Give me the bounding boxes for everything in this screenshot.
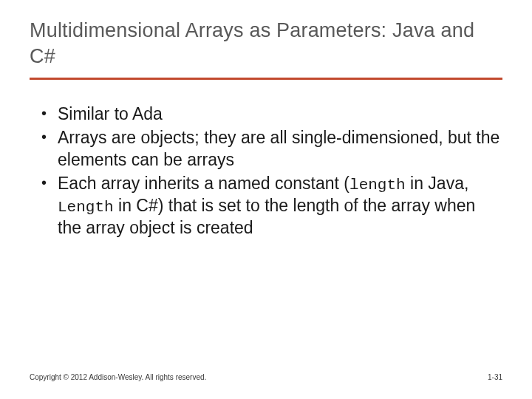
bullet-text-post: in C#) that is set to the length of the … xyxy=(58,196,475,237)
bullet-list: Similar to Ada Arrays are objects; they … xyxy=(30,103,502,239)
list-item: Arrays are objects; they are all single-… xyxy=(44,127,502,171)
bullet-text-pre: Each array inherits a named constant ( xyxy=(58,174,349,193)
bullet-text: Similar to Ada xyxy=(58,104,163,123)
code-length-java: length xyxy=(349,177,406,194)
list-item: Similar to Ada xyxy=(44,103,502,126)
slide: Multidimensional Arrays as Parameters: J… xyxy=(0,0,532,399)
bullet-text-mid: in Java, xyxy=(406,174,469,193)
code-length-csharp: Length xyxy=(58,199,114,216)
list-item: Each array inherits a named constant (le… xyxy=(44,173,502,239)
title-rule xyxy=(30,78,502,80)
page-number: 1-31 xyxy=(488,373,502,381)
copyright-footer: Copyright © 2012 Addison-Wesley. All rig… xyxy=(30,373,206,381)
slide-title: Multidimensional Arrays as Parameters: J… xyxy=(30,18,502,76)
bullet-text: Arrays are objects; they are all single-… xyxy=(58,128,499,169)
